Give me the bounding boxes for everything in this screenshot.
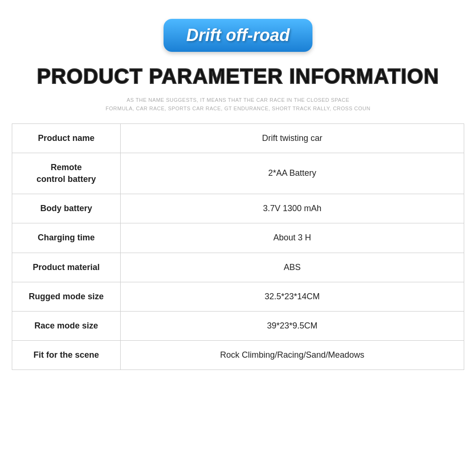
row-value: 2*AA Battery [121, 153, 464, 194]
row-value: 39*23*9.5CM [121, 311, 464, 340]
row-label: Product name [12, 123, 121, 153]
subtitle-line1: AS THE NAME SUGGESTS, IT MEANS THAT THE … [127, 97, 349, 103]
row-value: Rock Climbing/Racing/Sand/Meadows [121, 341, 464, 370]
section-title: PRODUCT PARAMETER INFORMATION [37, 65, 439, 88]
header-badge: Drift off-road [164, 19, 312, 52]
row-value: 32.5*23*14CM [121, 282, 464, 311]
table-row: Race mode size39*23*9.5CM [12, 311, 464, 340]
table-row: Product materialABS [12, 253, 464, 282]
row-label: Fit for the scene [12, 341, 121, 370]
row-value: ABS [121, 253, 464, 282]
subtitle-line2: FORMULA, CAR RACE, SPORTS CAR RACE, GT E… [106, 106, 370, 111]
row-label: Race mode size [12, 311, 121, 340]
table-row: Fit for the sceneRock Climbing/Racing/Sa… [12, 341, 464, 370]
row-label: Remote control battery [12, 153, 121, 194]
row-label: Rugged mode size [12, 282, 121, 311]
row-value: About 3 H [121, 223, 464, 253]
table-row: Product nameDrift twisting car [12, 123, 464, 153]
row-value: 3.7V 1300 mAh [121, 194, 464, 223]
row-label: Body battery [12, 194, 121, 223]
table-row: Body battery3.7V 1300 mAh [12, 194, 464, 223]
row-value: Drift twisting car [121, 123, 464, 153]
row-label: Charging time [12, 223, 121, 253]
table-row: Charging timeAbout 3 H [12, 223, 464, 253]
row-label: Product material [12, 253, 121, 282]
badge-title: Drift off-road [186, 25, 289, 45]
table-row: Remote control battery2*AA Battery [12, 153, 464, 194]
product-table: Product nameDrift twisting carRemote con… [12, 123, 464, 370]
subtitle: AS THE NAME SUGGESTS, IT MEANS THAT THE … [106, 96, 370, 113]
table-row: Rugged mode size32.5*23*14CM [12, 282, 464, 311]
